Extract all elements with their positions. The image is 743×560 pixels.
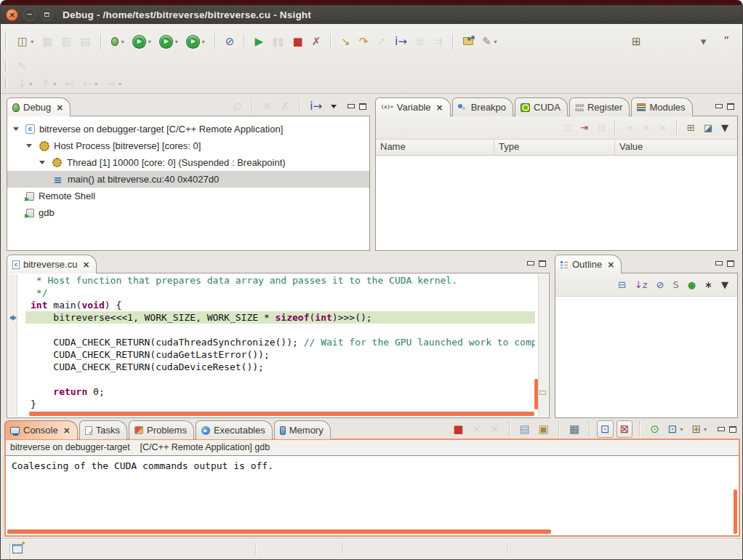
debug-tree-item[interactable]: main() at bitreverse.cu:40 0x4027d0 — [7, 171, 369, 188]
code-line[interactable]: CUDA_CHECK_RETURN(cudaThreadSynchronize(… — [25, 336, 535, 348]
instruction-stepping-button[interactable]: i→ — [392, 33, 410, 50]
tab-close-button[interactable]: × — [56, 103, 63, 112]
open-console-button[interactable]: ⊞▾ — [688, 420, 710, 438]
minimize-view-button[interactable] — [715, 260, 722, 267]
toolbar-drag-handle[interactable] — [5, 79, 7, 89]
window-close-button[interactable]: × — [6, 9, 18, 21]
expander-icon[interactable] — [39, 161, 45, 164]
view-menu-button[interactable] — [328, 97, 340, 115]
code-line[interactable]: CUDA_CHECK_RETURN(cudaGetLastError()); — [25, 348, 535, 361]
minimize-view-button[interactable] — [715, 103, 722, 110]
window-maximize-button[interactable] — [41, 9, 53, 21]
scroll-lock-button[interactable]: ▣ — [536, 420, 552, 438]
tab-variable[interactable]: Variable× — [375, 97, 451, 116]
window-minimize-button[interactable]: − — [23, 9, 36, 21]
maximize-view-button[interactable] — [729, 426, 736, 433]
tab-debug[interactable]: Debug × — [7, 97, 71, 116]
tab-tasks[interactable]: Tasks — [79, 420, 127, 439]
toolbar-overflow-button[interactable]: ” — [720, 33, 732, 50]
debug-tree-item[interactable]: bitreverse on debugger-target [C/C++ Rem… — [7, 121, 369, 137]
tab-close-button[interactable]: × — [82, 260, 89, 269]
code-line[interactable]: int main(void) { — [25, 299, 535, 311]
console-vertical-scrollbar-thumb[interactable] — [734, 489, 737, 534]
console-horizontal-scrollbar-thumb[interactable] — [7, 529, 551, 534]
display-console-button[interactable]: ⊡▾ — [665, 420, 686, 438]
maximize-view-button[interactable] — [359, 103, 366, 110]
editor-annotation-ruler[interactable] — [8, 274, 17, 417]
skip-all-breakpoints-button[interactable]: ⊘ — [222, 33, 238, 50]
tab-bitreverse-cu[interactable]: bitreverse.cu × — [7, 255, 97, 273]
profile-button[interactable]: ▶▾ — [184, 33, 208, 50]
view-menu-button[interactable]: ▼ — [718, 121, 731, 135]
open-perspective-button[interactable]: ⊞ — [629, 33, 644, 50]
code-line[interactable] — [25, 324, 535, 336]
minimize-view-button[interactable] — [526, 260, 534, 267]
new-wizard-button[interactable]: ◫▾ — [15, 33, 36, 50]
sash[interactable] — [370, 97, 375, 251]
minimize-view-button[interactable] — [717, 425, 724, 433]
disconnect-button[interactable]: ✗ — [309, 33, 324, 50]
tab-close-button[interactable]: × — [607, 260, 614, 269]
tab-register[interactable]: Register — [569, 97, 630, 116]
add-global-variables-button[interactable]: ⇥ — [577, 121, 591, 135]
tab-close-button[interactable]: × — [63, 426, 71, 435]
show-console-on-output-button[interactable]: ⊡ — [597, 420, 614, 438]
tab-cuda[interactable]: CUDA — [515, 97, 568, 116]
tab-modules[interactable]: Modules — [631, 97, 692, 116]
maximize-view-button[interactable] — [727, 260, 734, 267]
editor-horizontal-scrollbar-thumb[interactable] — [29, 412, 534, 416]
terminate-button[interactable]: ■ — [450, 420, 466, 438]
debug-tree-item[interactable]: gdb — [7, 204, 369, 221]
minimize-view-button[interactable] — [347, 103, 354, 110]
step-into-button[interactable]: ↘ — [338, 33, 353, 50]
tab-breakpo[interactable]: Breakpo — [452, 97, 513, 116]
open-task-button[interactable] — [460, 33, 476, 50]
code-line[interactable]: * Host function that prepares data array… — [25, 274, 535, 287]
code-line[interactable]: bitreverse<<<1, WORK_SIZE, WORK_SIZE * s… — [25, 311, 535, 324]
resume-button[interactable]: ▶ — [252, 33, 266, 50]
console-output[interactable]: Coalescing of the CUDA commands output i… — [6, 456, 739, 476]
hide-inactive-button[interactable]: ∗ — [702, 278, 715, 292]
sort-button[interactable]: ↓z — [632, 278, 651, 292]
code-line[interactable]: CUDA_CHECK_RETURN(cudaDeviceReset()); — [25, 361, 535, 373]
debug-tree-item[interactable]: Remote Shell — [7, 188, 369, 204]
tab-memory[interactable]: Memory — [274, 420, 331, 439]
expander-icon[interactable] — [26, 144, 32, 148]
code-editor[interactable]: * Host function that prepares data array… — [25, 274, 535, 411]
hide-fields-button[interactable]: ⊘ — [654, 278, 667, 292]
run-history-button[interactable]: ▶▾ — [157, 33, 181, 50]
editor-overview-ruler[interactable] — [538, 274, 548, 417]
sash[interactable] — [550, 254, 555, 418]
toolbar-drag-handle[interactable] — [5, 61, 7, 71]
step-over-button[interactable]: ↷ — [356, 33, 372, 50]
view-menu-button[interactable]: ▼ — [718, 278, 731, 292]
column-header-name[interactable]: Name — [376, 140, 494, 155]
maximize-view-button[interactable] — [539, 260, 546, 267]
hide-static-button[interactable]: S — [670, 278, 681, 292]
tab-console[interactable]: Console× — [4, 420, 78, 439]
tab-executables[interactable]: Executables — [196, 420, 273, 439]
toggle-mark-occurrences-button[interactable]: ✎▾ — [479, 33, 500, 50]
code-line[interactable]: } — [25, 398, 535, 410]
pin-console-button[interactable]: ⊙ — [647, 420, 662, 438]
toolbar-drag-handle[interactable] — [5, 33, 7, 50]
column-header-value[interactable]: Value — [615, 140, 737, 155]
tab-outline[interactable]: Outline × — [555, 255, 622, 273]
code-line[interactable]: return 0; — [25, 385, 535, 398]
trim-drag-handle[interactable] — [9, 544, 12, 560]
clear-console-button[interactable]: ▤ — [517, 420, 533, 438]
run-button[interactable]: ▶▾ — [130, 33, 154, 50]
debug-button[interactable]: ▾ — [108, 33, 127, 50]
terminate-button[interactable]: ■ — [289, 33, 305, 50]
expander-icon[interactable] — [13, 127, 19, 131]
fast-view-button[interactable] — [12, 544, 23, 553]
maximize-view-button[interactable] — [727, 103, 734, 110]
save-output-button[interactable]: ▦ — [566, 420, 582, 438]
collapse-all-button[interactable]: ⊟ — [615, 278, 629, 292]
tab-problems[interactable]: Problems — [129, 420, 194, 439]
titlebar[interactable]: × − Debug - /home/test/bitreverse/bitrev… — [1, 0, 742, 24]
column-header-type[interactable]: Type — [494, 140, 615, 155]
tab-close-button[interactable]: × — [436, 103, 443, 112]
perspective-list-button[interactable]: ▾ — [698, 33, 710, 50]
debug-tree-item[interactable]: Host Process [bitreverse] [cores: 0] — [7, 137, 369, 154]
